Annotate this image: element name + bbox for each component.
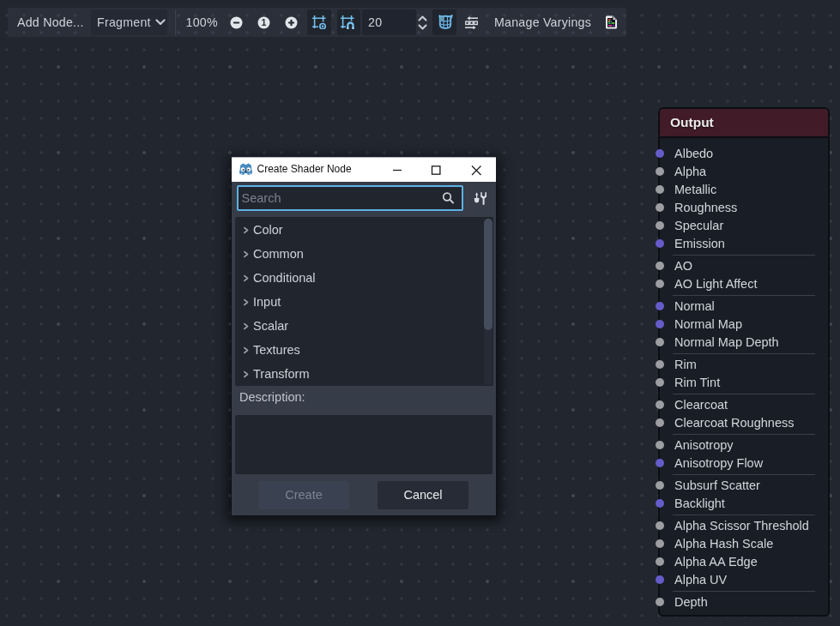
svg-text:1: 1 xyxy=(262,17,267,27)
